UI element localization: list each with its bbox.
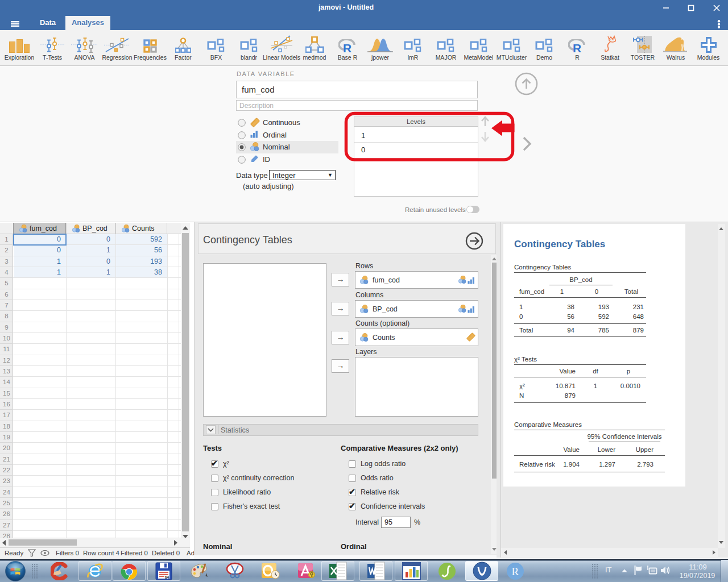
- svg-text:R: R: [573, 41, 581, 53]
- svg-text:R: R: [512, 566, 519, 577]
- svg-text:R: R: [343, 41, 351, 53]
- svg-text:64: 64: [165, 575, 169, 579]
